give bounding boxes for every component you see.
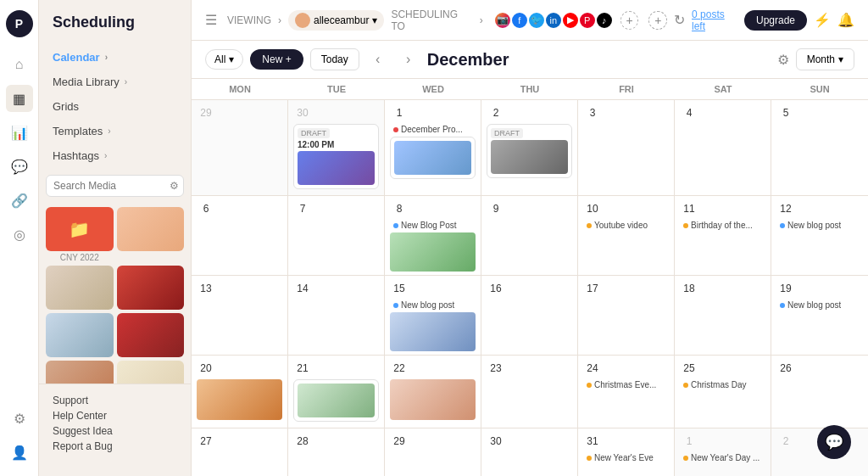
calendar-event-new-blog[interactable]: New Blog Post <box>390 220 476 231</box>
calendar-event-blog15[interactable]: New blog post <box>390 300 476 311</box>
messages-icon[interactable]: 💬 <box>6 153 33 180</box>
add-extra-button[interactable]: + <box>648 11 667 30</box>
youtube-icon[interactable]: ▶ <box>561 11 580 30</box>
facebook-icon[interactable]: f <box>510 11 529 30</box>
help-center-link[interactable]: Help Center <box>53 410 177 422</box>
cal-cell-dec26[interactable]: 26 <box>771 356 868 428</box>
user-selector[interactable]: alleceambur ▾ <box>288 10 384 31</box>
filter-icon[interactable]: ⚡ <box>814 12 831 28</box>
cal-cell-dec28[interactable]: 28 <box>288 428 385 476</box>
cal-cell-dec21[interactable]: 21 <box>288 356 385 428</box>
cal-cell-nov30[interactable]: 30 DRAFT 12:00 PM <box>288 100 385 195</box>
notification-icon[interactable]: 🔔 <box>837 12 854 28</box>
cal-cell-jan1[interactable]: 1 New Year's Day ... <box>675 428 771 476</box>
links-icon[interactable]: 🔗 <box>6 187 33 214</box>
media-item[interactable] <box>117 313 185 357</box>
app-logo[interactable]: P <box>6 10 33 37</box>
cal-cell-dec16[interactable]: 16 <box>481 276 578 355</box>
pinterest-icon[interactable]: P <box>578 11 597 30</box>
media-item[interactable] <box>117 361 185 384</box>
calendar-event[interactable]: December Pro... <box>390 124 476 135</box>
cal-cell-dec7[interactable]: 7 <box>288 196 385 275</box>
cal-cell-dec15[interactable]: 15 New blog post <box>385 276 481 355</box>
settings-icon[interactable]: ⚙ <box>6 405 33 432</box>
add-platform-button[interactable]: + <box>620 11 639 30</box>
calendar-icon[interactable]: ▦ <box>6 85 33 112</box>
cal-cell-dec19[interactable]: 19 New blog post <box>771 276 868 355</box>
media-item[interactable] <box>117 207 185 262</box>
new-post-button[interactable]: New + <box>250 49 303 70</box>
cal-cell-dec31[interactable]: 31 New Year's Eve <box>578 428 675 476</box>
explore-icon[interactable]: ◎ <box>6 221 33 248</box>
sidebar-item-hashtags[interactable]: Hashtags › <box>39 143 191 168</box>
cal-cell-dec27[interactable]: 27 <box>192 428 288 476</box>
home-icon[interactable]: ⌂ <box>6 51 33 78</box>
cal-cell-dec12[interactable]: 12 New blog post <box>771 196 868 275</box>
cal-cell-dec6[interactable]: 6 <box>192 196 288 275</box>
cal-cell-dec30[interactable]: 30 <box>481 428 578 476</box>
all-filter-button[interactable]: All ▾ <box>205 49 243 70</box>
media-folder[interactable]: 📁 CNY 2022 <box>46 207 114 262</box>
calendar-event-nyd[interactable]: New Year's Day ... <box>680 452 765 463</box>
linkedin-icon[interactable]: in <box>544 11 563 30</box>
sidebar-item-media-library[interactable]: Media Library › <box>39 70 191 94</box>
draft-card-3[interactable]: DRAFT <box>487 124 572 178</box>
search-input[interactable] <box>46 175 184 197</box>
prev-month-button[interactable]: ‹ <box>366 48 390 71</box>
cal-cell-dec25[interactable]: 25 Christmas Day <box>675 356 771 428</box>
calendar-event-xmas-eve[interactable]: Christmas Eve... <box>583 379 669 390</box>
instagram-icon[interactable]: 📷 <box>493 11 512 30</box>
cal-cell-dec11[interactable]: 11 Birthday of the... <box>675 196 771 275</box>
cal-cell-dec14[interactable]: 14 <box>288 276 385 355</box>
calendar-event-blog19[interactable]: New blog post <box>776 300 863 311</box>
cal-cell-dec1[interactable]: 1 December Pro... <box>385 100 481 195</box>
support-link[interactable]: Support <box>53 395 177 406</box>
suggest-idea-link[interactable]: Suggest Idea <box>53 425 177 437</box>
draft-card-2[interactable] <box>390 137 476 179</box>
refresh-icon[interactable]: ↻ <box>674 12 685 28</box>
profile-icon[interactable]: 👤 <box>6 439 33 466</box>
posts-left-label[interactable]: 0 posts left <box>692 8 737 32</box>
report-bug-link[interactable]: Report a Bug <box>53 440 177 452</box>
cal-cell-dec18[interactable]: 18 <box>675 276 771 355</box>
cal-cell-dec13[interactable]: 13 <box>192 276 288 355</box>
analytics-icon[interactable]: 📊 <box>6 119 33 146</box>
media-item[interactable] <box>46 313 114 357</box>
calendar-event-xmas[interactable]: Christmas Day <box>680 379 765 390</box>
cal-cell-dec3[interactable]: 3 <box>578 100 675 195</box>
cal-cell-dec29[interactable]: 29 <box>385 428 481 476</box>
cal-cell-dec23[interactable]: 23 <box>481 356 578 428</box>
settings-icon-small[interactable]: ⚙ <box>170 180 179 192</box>
next-month-button[interactable]: › <box>397 48 420 71</box>
media-item[interactable] <box>117 266 185 310</box>
chat-button[interactable]: 💬 <box>817 425 851 459</box>
tiktok-icon[interactable]: ♪ <box>595 11 614 30</box>
cal-cell-dec22[interactable]: 22 <box>385 356 481 428</box>
media-item[interactable] <box>46 361 114 384</box>
cal-cell-dec17[interactable]: 17 <box>578 276 675 355</box>
cal-cell-dec10[interactable]: 10 Youtube video <box>578 196 675 275</box>
upgrade-button[interactable]: Upgrade <box>744 10 807 31</box>
cal-cell-dec20[interactable]: 20 <box>192 356 288 428</box>
media-item[interactable] <box>46 266 114 310</box>
calendar-event-youtube[interactable]: Youtube video <box>583 220 669 231</box>
calendar-event-birthday[interactable]: Birthday of the... <box>680 220 765 231</box>
cal-cell-dec4[interactable]: 4 <box>675 100 771 195</box>
twitter-icon[interactable]: 🐦 <box>527 11 546 30</box>
draft-card[interactable]: DRAFT 12:00 PM <box>293 124 379 189</box>
sidebar-item-templates[interactable]: Templates › <box>39 119 191 143</box>
today-button[interactable]: Today <box>310 48 359 70</box>
cal-cell-dec5[interactable]: 5 <box>771 100 868 195</box>
cal-cell-dec24[interactable]: 24 Christmas Eve... <box>578 356 675 428</box>
sidebar-item-grids[interactable]: Grids <box>39 94 191 119</box>
cal-cell-dec8[interactable]: 8 New Blog Post <box>385 196 481 275</box>
cal-cell-nov29[interactable]: 29 <box>192 100 288 195</box>
sidebar-item-calendar[interactable]: Calendar › <box>39 45 191 70</box>
menu-toggle-icon[interactable]: ☰ <box>205 12 217 28</box>
cal-cell-dec2[interactable]: 2 DRAFT <box>481 100 578 195</box>
calendar-event-nye[interactable]: New Year's Eve <box>583 452 669 463</box>
cal-cell-dec9[interactable]: 9 <box>481 196 578 275</box>
calendar-event-blog12[interactable]: New blog post <box>776 220 863 231</box>
calendar-settings-icon[interactable]: ⚙ <box>777 52 789 68</box>
month-view-button[interactable]: Month ▾ <box>796 48 854 70</box>
